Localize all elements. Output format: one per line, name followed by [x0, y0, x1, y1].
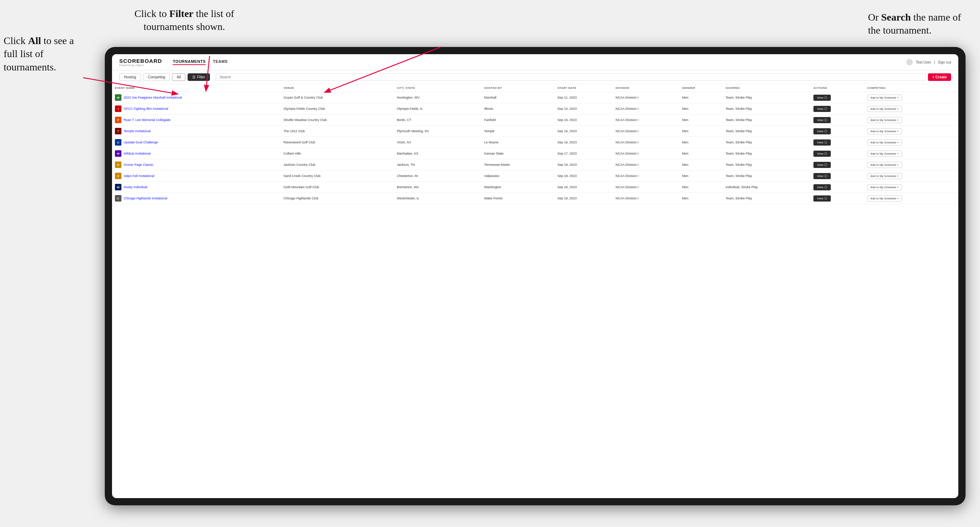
schedule-button-5[interactable]: Add to My Schedule +: [867, 151, 902, 157]
table-row: V Valpo Fall Invitational Sand Creek Cou…: [112, 170, 958, 182]
division-cell-8: NCAA Division I: [612, 182, 679, 193]
table-row: C Chicago Highlands Invitational Chicago…: [112, 193, 958, 204]
schedule-button-4[interactable]: Add to My Schedule +: [867, 140, 902, 146]
tournaments-table: EVENT NAME VENUE CITY, STATE HOSTED BY S…: [112, 84, 958, 204]
col-scoring: SCORING: [723, 84, 811, 92]
gender-cell-7: Men: [679, 170, 722, 182]
col-start-date: START DATE: [554, 84, 612, 92]
view-button-3[interactable]: View ⓘ: [813, 128, 831, 134]
user-icon: [906, 59, 913, 65]
nav-link-tournaments[interactable]: TOURNAMENTS: [173, 59, 205, 65]
event-name-text-5[interactable]: Wildcat Invitational: [124, 152, 151, 155]
venue-cell-6: Jackson Country Club: [281, 159, 394, 170]
actions-cell-5: View ⓘ: [811, 148, 864, 159]
event-name-text-4[interactable]: Upstate Dual Challenge: [124, 141, 158, 144]
tab-hosting[interactable]: Hosting: [119, 73, 141, 81]
table-row: G Grover Page Classic Jackson Country Cl…: [112, 159, 958, 170]
schedule-button-9[interactable]: Add to My Schedule +: [867, 195, 902, 202]
schedule-button-6[interactable]: Add to My Schedule +: [867, 162, 902, 168]
table-body: M 2023 Joe Feaganes Marshall Invitationa…: [112, 92, 958, 204]
competing-cell-7: Add to My Schedule +: [864, 170, 958, 182]
hosted-by-cell-4: Le Moyne: [481, 137, 555, 148]
gender-cell-6: Men: [679, 159, 722, 170]
competing-cell-9: Add to My Schedule +: [864, 193, 958, 204]
scoring-cell-6: Team, Stroke Play: [723, 159, 811, 170]
table-row: M 2023 Joe Feaganes Marshall Invitationa…: [112, 92, 958, 103]
event-name-text-9[interactable]: Chicago Highlands Invitational: [124, 197, 167, 200]
actions-cell-4: View ⓘ: [811, 137, 864, 148]
view-button-9[interactable]: View ⓘ: [813, 195, 831, 202]
actions-cell-0: View ⓘ: [811, 92, 864, 103]
start-date-cell-1: Sep 15, 2023: [554, 103, 612, 114]
event-name-text-2[interactable]: Ryan T. Lee Memorial Collegiate: [124, 118, 170, 122]
view-button-2[interactable]: View ⓘ: [813, 117, 831, 123]
scoring-cell-8: Individual, Stroke Play: [723, 182, 811, 193]
search-input[interactable]: [216, 73, 926, 81]
info-icon-2: ⓘ: [824, 118, 827, 122]
tab-competing[interactable]: Competing: [143, 73, 170, 81]
start-date-cell-7: Sep 18, 2023: [554, 170, 612, 182]
nav-link-teams[interactable]: TEAMS: [213, 59, 228, 65]
team-logo-9: C: [115, 195, 121, 202]
view-button-6[interactable]: View ⓘ: [813, 162, 831, 168]
city-state-cell-0: Huntington, WV: [394, 92, 481, 103]
view-button-8[interactable]: View ⓘ: [813, 184, 831, 190]
schedule-button-3[interactable]: Add to My Schedule +: [867, 128, 902, 134]
event-name-text-8[interactable]: Husky Individual: [124, 185, 148, 189]
competing-cell-1: Add to My Schedule +: [864, 103, 958, 114]
info-icon-0: ⓘ: [824, 96, 827, 100]
division-cell-0: NCAA Division I: [612, 92, 679, 103]
view-button-7[interactable]: View ⓘ: [813, 173, 831, 179]
filter-button[interactable]: ☰ Filter: [188, 73, 210, 81]
venue-cell-5: Colbert Hills: [281, 148, 394, 159]
view-button-1[interactable]: View ⓘ: [813, 106, 831, 112]
schedule-button-0[interactable]: Add to My Schedule +: [867, 95, 902, 101]
schedule-button-2[interactable]: Add to My Schedule +: [867, 117, 902, 123]
start-date-cell-8: Sep 18, 2023: [554, 182, 612, 193]
view-button-0[interactable]: View ⓘ: [813, 95, 831, 101]
competing-cell-8: Add to My Schedule +: [864, 182, 958, 193]
hosted-by-cell-2: Fairfield: [481, 114, 555, 126]
create-button[interactable]: + Create: [928, 73, 951, 81]
tab-all[interactable]: All: [172, 73, 185, 81]
nav-bar: SCOREBOARD Powered by clipp'd TOURNAMENT…: [112, 54, 958, 70]
event-name-text-1[interactable]: OFCC Fighting Illini Invitational: [124, 107, 169, 111]
event-name-text-7[interactable]: Valpo Fall Invitational: [124, 174, 154, 178]
division-cell-3: NCAA Division I: [612, 126, 679, 137]
info-icon-8: ⓘ: [824, 185, 827, 189]
venue-cell-7: Sand Creek Country Club: [281, 170, 394, 182]
hosted-by-cell-7: Valparaiso: [481, 170, 555, 182]
actions-cell-1: View ⓘ: [811, 103, 864, 114]
city-state-cell-1: Olympia Fields, IL: [394, 103, 481, 114]
event-name-text-3[interactable]: Temple Invitational: [124, 129, 151, 133]
hosted-by-cell-3: Temple: [481, 126, 555, 137]
team-logo-1: I: [115, 105, 121, 112]
event-name-cell-2: F Ryan T. Lee Memorial Collegiate: [112, 114, 281, 126]
venue-cell-1: Olympia Fields Country Club: [281, 103, 394, 114]
event-name-cell-7: V Valpo Fall Invitational: [112, 170, 281, 182]
schedule-button-7[interactable]: Add to My Schedule +: [867, 173, 902, 179]
view-button-5[interactable]: View ⓘ: [813, 151, 831, 157]
start-date-cell-3: Sep 16, 2023: [554, 126, 612, 137]
sign-out-link[interactable]: Sign out: [938, 60, 951, 64]
city-state-cell-5: Manhattan, KS: [394, 148, 481, 159]
venue-cell-9: Chicago Highlands Club: [281, 193, 394, 204]
event-name-cell-4: U Upstate Dual Challenge: [112, 137, 281, 148]
start-date-cell-5: Sep 17, 2023: [554, 148, 612, 159]
team-logo-0: M: [115, 94, 121, 101]
competing-cell-5: Add to My Schedule +: [864, 148, 958, 159]
division-cell-6: NCAA Division I: [612, 159, 679, 170]
event-name-cell-1: I OFCC Fighting Illini Invitational: [112, 103, 281, 114]
event-name-text-0[interactable]: 2023 Joe Feaganes Marshall Invitational: [124, 96, 182, 99]
schedule-button-1[interactable]: Add to My Schedule +: [867, 106, 902, 112]
event-name-cell-9: C Chicago Highlands Invitational: [112, 193, 281, 204]
view-button-4[interactable]: View ⓘ: [813, 140, 831, 146]
event-name-cell-0: M 2023 Joe Feaganes Marshall Invitationa…: [112, 92, 281, 103]
col-competing: COMPETING: [864, 84, 958, 92]
division-cell-1: NCAA Division I: [612, 103, 679, 114]
team-logo-2: F: [115, 117, 121, 123]
venue-cell-8: Gold Mountain Golf Club: [281, 182, 394, 193]
event-name-text-6[interactable]: Grover Page Classic: [124, 163, 154, 167]
schedule-button-8[interactable]: Add to My Schedule +: [867, 184, 902, 190]
scoring-cell-3: Team, Stroke Play: [723, 126, 811, 137]
